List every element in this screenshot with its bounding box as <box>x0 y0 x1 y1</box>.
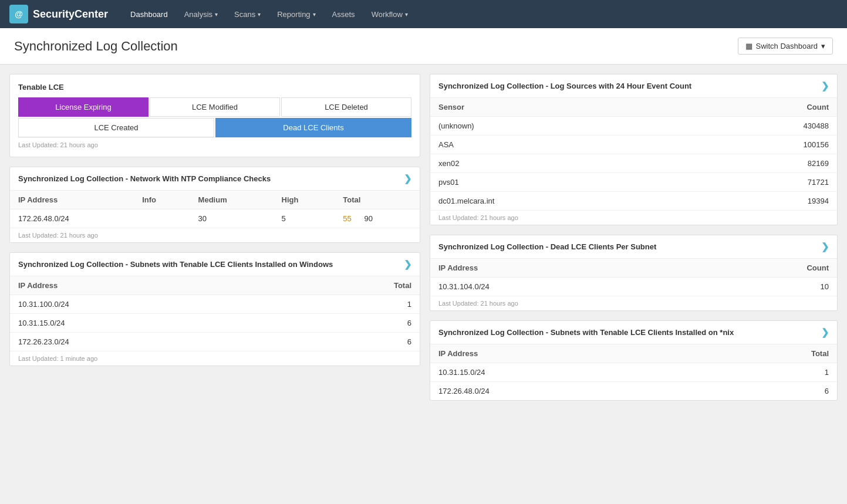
table-row: xen02 82169 <box>430 154 837 173</box>
table-row: pvs01 71721 <box>430 173 837 192</box>
lce-widget-last-updated: Last Updated: 21 hours ago <box>18 137 411 148</box>
ntp-col-ip: IP Address <box>10 191 134 209</box>
dead-lce-title: Synchronized Log Collection - Dead LCE C… <box>438 242 656 251</box>
windows-subnets-body: IP Address Total 10.31.100.0/24 1 10.31.… <box>10 276 420 351</box>
table-row: 10.31.15.0/24 1 <box>430 363 837 382</box>
nix-row-total-2: 6 <box>700 382 837 401</box>
nav-analysis[interactable]: Analysis ▾ <box>183 8 219 21</box>
table-row: 10.31.100.0/24 1 <box>10 295 420 314</box>
nix-col-total: Total <box>700 344 837 363</box>
nix-subnets-table: IP Address Total 10.31.15.0/24 1 172.26.… <box>430 344 837 400</box>
windows-row-ip-3: 172.26.23.0/24 <box>10 333 282 351</box>
nix-col-ip: IP Address <box>430 344 700 363</box>
page-title: Synchronized Log Collection <box>14 39 178 54</box>
log-sources-sensor-5: dc01.melcara.int <box>430 192 688 211</box>
dead-lce-col-count: Count <box>689 259 837 278</box>
windows-subnets-card-header: Synchronized Log Collection - Subnets wi… <box>10 253 420 276</box>
windows-col-total: Total <box>282 276 420 295</box>
windows-subnets-last-updated: Last Updated: 1 minute ago <box>10 351 420 366</box>
dead-lce-table: IP Address Count 10.31.104.0/24 10 <box>430 259 837 296</box>
nix-subnets-card-header: Synchronized Log Collection - Subnets wi… <box>430 321 837 344</box>
lce-btn-dead-lce-clients[interactable]: Dead LCE Clients <box>215 118 411 137</box>
nix-subnets-card: Synchronized Log Collection - Subnets wi… <box>430 320 838 401</box>
nav-workflow[interactable]: Workflow ▾ <box>370 8 409 21</box>
lce-widget-title: Tenable LCE <box>18 83 411 92</box>
ntp-col-medium: Medium <box>190 191 274 209</box>
nav-reporting[interactable]: Reporting ▾ <box>276 8 316 21</box>
dead-lce-card-header: Synchronized Log Collection - Dead LCE C… <box>430 235 837 259</box>
windows-table-header-row: IP Address Total <box>10 276 420 295</box>
switch-dashboard-label: Switch Dashboard <box>756 42 818 50</box>
table-row: dc01.melcara.int 19394 <box>430 192 837 211</box>
lce-btn-lce-deleted[interactable]: LCE Deleted <box>281 97 411 117</box>
nav-assets[interactable]: Assets <box>331 8 356 21</box>
ntp-row-ip: 172.26.48.0/24 <box>10 209 134 228</box>
log-sources-count-2: 100156 <box>688 136 837 154</box>
ntp-compliance-chevron-icon[interactable]: ❯ <box>404 173 411 184</box>
nix-subnets-body: IP Address Total 10.31.15.0/24 1 172.26.… <box>430 344 837 400</box>
log-sources-card: Synchronized Log Collection - Log Source… <box>430 74 838 225</box>
nix-row-ip-2: 172.26.48.0/24 <box>430 382 700 401</box>
ntp-compliance-card-header: Synchronized Log Collection - Network Wi… <box>10 167 420 191</box>
windows-subnets-chevron-icon[interactable]: ❯ <box>404 259 411 270</box>
ntp-row-medium: 30 <box>190 209 274 228</box>
table-row: 172.26.23.0/24 6 <box>10 333 420 351</box>
navbar: @ SecurityCenter Dashboard Analysis ▾ Sc… <box>0 0 847 28</box>
grid-icon: ▦ <box>745 42 752 50</box>
main-content: Tenable LCE License Expiring LCE Modifie… <box>0 65 847 410</box>
lce-btn-lce-created[interactable]: LCE Created <box>18 118 214 137</box>
lce-widget: Tenable LCE License Expiring LCE Modifie… <box>9 74 420 157</box>
nix-table-header-row: IP Address Total <box>430 344 837 363</box>
table-row: 10.31.104.0/24 10 <box>430 278 837 296</box>
log-sources-sensor-2: ASA <box>430 136 688 154</box>
nav-dashboard[interactable]: Dashboard <box>129 8 169 21</box>
brand-icon: @ <box>9 5 28 23</box>
nav-scans-label: Scans <box>234 10 255 19</box>
ntp-table-header-row: IP Address Info Medium High Total <box>10 191 420 209</box>
page-header: Synchronized Log Collection ▦ Switch Das… <box>0 28 847 65</box>
windows-col-ip: IP Address <box>10 276 282 295</box>
right-column: Synchronized Log Collection - Log Source… <box>430 74 838 401</box>
log-sources-sensor-1: (unknown) <box>430 117 688 136</box>
windows-row-ip-2: 10.31.15.0/24 <box>10 314 282 333</box>
nix-row-total-1: 1 <box>700 363 837 382</box>
lce-btn-lce-modified[interactable]: LCE Modified <box>150 97 280 117</box>
dead-lce-col-ip: IP Address <box>430 259 689 278</box>
log-sources-count-3: 82169 <box>688 154 837 173</box>
brand-logo[interactable]: @ SecurityCenter <box>9 5 108 23</box>
ntp-row-high: 5 <box>274 209 335 228</box>
log-sources-header-row: Sensor Count <box>430 98 837 117</box>
ntp-col-total: Total <box>335 191 420 209</box>
dead-lce-ip-1: 10.31.104.0/24 <box>430 278 689 296</box>
table-row: (unknown) 430488 <box>430 117 837 136</box>
ntp-col-info: Info <box>134 191 190 209</box>
log-sources-chevron-icon[interactable]: ❯ <box>821 80 829 92</box>
dead-lce-header-row: IP Address Count <box>430 259 837 278</box>
windows-row-total-3: 6 <box>282 333 420 351</box>
left-column: Tenable LCE License Expiring LCE Modifie… <box>9 74 420 401</box>
lce-btn-license-expiring[interactable]: License Expiring <box>18 97 149 117</box>
ntp-col-high: High <box>274 191 335 209</box>
nav-analysis-arrow: ▾ <box>215 11 218 18</box>
ntp-compliance-title: Synchronized Log Collection - Network Wi… <box>18 174 271 183</box>
log-sources-sensor-3: xen02 <box>430 154 688 173</box>
nix-subnets-chevron-icon[interactable]: ❯ <box>821 327 829 338</box>
log-sources-last-updated: Last Updated: 21 hours ago <box>430 210 837 225</box>
switch-dashboard-button[interactable]: ▦ Switch Dashboard ▾ <box>738 38 833 55</box>
nav-analysis-label: Analysis <box>184 10 212 19</box>
nav-scans[interactable]: Scans ▾ <box>233 8 262 21</box>
dead-lce-body: IP Address Count 10.31.104.0/24 10 <box>430 259 837 296</box>
log-sources-count-1: 430488 <box>688 117 837 136</box>
nav-dashboard-label: Dashboard <box>130 10 168 19</box>
log-sources-table: Sensor Count (unknown) 430488 ASA 100156 <box>430 98 837 210</box>
nav-reporting-label: Reporting <box>277 10 310 19</box>
lce-buttons-top-row: License Expiring LCE Modified LCE Delete… <box>18 97 411 117</box>
dead-lce-card: Synchronized Log Collection - Dead LCE C… <box>430 235 838 311</box>
dead-lce-last-updated: Last Updated: 21 hours ago <box>430 296 837 310</box>
windows-row-total-1: 1 <box>282 295 420 314</box>
nav-assets-label: Assets <box>332 10 355 19</box>
lce-buttons-bottom-row: LCE Created Dead LCE Clients <box>18 118 411 137</box>
dead-lce-chevron-icon[interactable]: ❯ <box>821 241 829 252</box>
nav-workflow-arrow: ▾ <box>405 11 408 18</box>
windows-subnets-table: IP Address Total 10.31.100.0/24 1 10.31.… <box>10 276 420 351</box>
